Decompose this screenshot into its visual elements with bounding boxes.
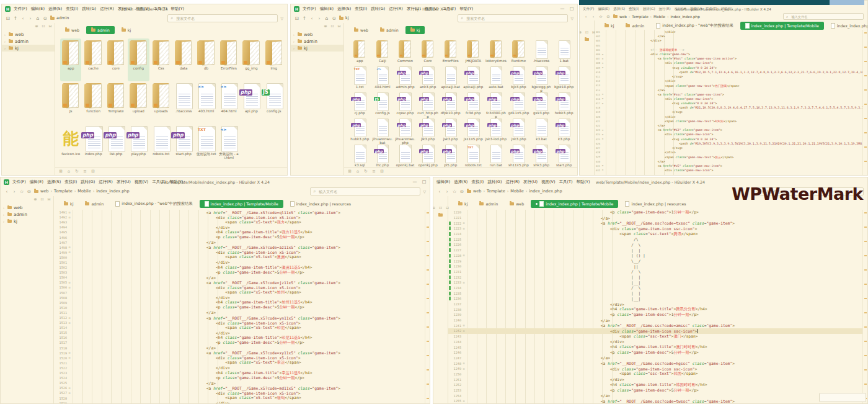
chevron-right-icon[interactable]: › xyxy=(3,220,6,223)
code-line-619[interactable]: 619 </svg> xyxy=(595,110,862,114)
tab-index_index-php-resources[interactable]: index_index.php | resources xyxy=(285,200,356,208)
run-icon[interactable]: ⊙ xyxy=(606,14,611,19)
run-icon[interactable]: ⊙ xyxy=(27,189,32,194)
code-line-1255[interactable]: 1255⊟ <a href="__ROOT__/Game.ssc?code=tw… xyxy=(448,398,862,403)
tab-kj[interactable]: kj xyxy=(405,26,425,34)
tab-index_index-php-resources[interactable]: index_index.php | resources xyxy=(620,200,691,208)
code-line-604[interactable]: 604 xyxy=(595,43,862,48)
sidebar-item-kj[interactable]: ›kj xyxy=(291,45,343,52)
code-line-1528[interactable]: 1528 <span class="x5-text">缅甸</span> xyxy=(54,395,425,400)
file-tile-k3.php[interactable]: phpk3.php xyxy=(553,117,575,143)
code-line-609[interactable]: 609⊟ <svg viewBox="0 0 24 24"> xyxy=(595,66,862,70)
file-tile-openkj.bat[interactable]: openkj.bat xyxy=(394,143,416,167)
breadcrumb-item[interactable]: Mobile xyxy=(653,15,665,19)
fold-icon[interactable]: ⊟ xyxy=(68,246,71,249)
fold-icon[interactable]: ⊟ xyxy=(68,281,71,284)
chevron-right-icon[interactable]: › xyxy=(3,213,6,217)
view-toggle-icon[interactable]: ⊡ xyxy=(6,16,11,21)
sidebar-item-kj[interactable]: ›kj xyxy=(1,218,53,225)
fold-icon[interactable]: ⊟ xyxy=(68,286,71,289)
tab-index_index-php-resources[interactable]: index_index.php | resources xyxy=(826,22,868,30)
file-tile-uploads[interactable]: uploads xyxy=(151,81,172,124)
menu-item[interactable]: 运行(R) xyxy=(389,6,403,12)
home-icon[interactable]: ⌂ xyxy=(355,169,360,174)
file-tile-index.php[interactable]: phpindex.php xyxy=(82,124,104,167)
code-line-617[interactable]: 617⊟ <svg viewBox="0 0 24 24"> xyxy=(595,101,862,105)
back-icon[interactable]: ‹ xyxy=(437,189,442,194)
filter-icon[interactable]: ▽ xyxy=(280,16,283,20)
fold-icon[interactable]: ⊟ xyxy=(462,281,466,284)
code-line-1253[interactable]: 1253 <p class="game-item-desc">5分钟一期</p> xyxy=(448,388,862,393)
menu-item[interactable]: 查找(I) xyxy=(355,6,367,12)
refresh-icon[interactable]: ↻ xyxy=(74,169,79,174)
locate-file-icon[interactable]: ⊡ xyxy=(330,24,335,28)
tab-web[interactable]: web xyxy=(505,200,529,208)
fold-icon[interactable]: ⊟ xyxy=(601,62,604,65)
code-line-628[interactable]: 628 </div> xyxy=(595,150,862,155)
tab-kj[interactable]: kj xyxy=(117,26,136,34)
code-line-1247[interactable]: 1247 </a> xyxy=(448,356,862,361)
sidebar-item-kj[interactable]: ›kj xyxy=(2,45,55,52)
fold-icon[interactable]: ⊟ xyxy=(462,367,466,370)
file-tile-1.txt[interactable]: TXT1.txt xyxy=(349,65,371,91)
code-line-603[interactable]: 603 </div> xyxy=(595,38,862,43)
scrollbar-minimap[interactable] xyxy=(862,210,867,403)
file-tile-jxk3.php[interactable]: phpjxk3.php xyxy=(508,117,529,143)
file-tile-js11x5.php[interactable]: phpjs11x5.php xyxy=(463,117,484,143)
code-line-624[interactable]: 624⊟ <div class="game-nav-icon"> xyxy=(595,132,862,137)
code-line-1510[interactable]: 1510 <p class="game-item-desc">5分钟一期</p> xyxy=(54,305,425,310)
fold-icon[interactable]: ⊟ xyxy=(462,362,466,365)
menu-item[interactable]: 运行(R) xyxy=(659,7,671,11)
code-line-631[interactable]: 631⊟ <a href="#x5" class="game-nav-item"… xyxy=(595,164,862,168)
file-tile-404.html[interactable]: <>404.html xyxy=(372,65,394,91)
menu-item[interactable]: 视图(V) xyxy=(135,179,149,185)
fold-icon[interactable]: ⊟ xyxy=(462,324,466,327)
file-tile-.htaccess[interactable]: .htaccess xyxy=(531,38,552,65)
file-tile-apicaiji.php[interactable]: phpapicaiji.php xyxy=(463,65,484,91)
add-icon[interactable]: ⊕ xyxy=(323,24,328,28)
file-tile-ErrorFiles[interactable]: ErrorFiles xyxy=(218,38,239,81)
tab-index_index-php-template-mobile[interactable]: index_index.php | Template/Mobile xyxy=(740,22,824,30)
menu-item[interactable]: 跳转(G) xyxy=(643,7,655,11)
file-tile-ank3.php[interactable]: phpank3.php xyxy=(417,65,439,91)
breadcrumb-item[interactable]: Mobile xyxy=(78,189,91,194)
menu-item[interactable]: 工具(T) xyxy=(559,179,572,185)
code-line-1497[interactable]: 1497 </a> xyxy=(54,240,425,245)
code-line-1220[interactable]: 1220 <p class="game-item-desc">1分钟一期</p> xyxy=(448,210,862,215)
file-tile-shk3.php[interactable]: phpshk3.php xyxy=(531,143,552,167)
star-icon[interactable]: ☆ xyxy=(598,14,603,19)
collapse-all-icon[interactable]: ⊟ xyxy=(46,197,51,201)
grid-icon[interactable]: ⊞ xyxy=(58,169,63,174)
code-line-1238[interactable]: 1238 <h4 class="game-item-title">腾讯分分彩</… xyxy=(448,307,862,312)
up-icon[interactable]: ↑ xyxy=(13,16,18,21)
fold-icon[interactable]: ⊟ xyxy=(68,211,71,214)
popup-panel[interactable] xyxy=(819,393,866,402)
code-line-1505[interactable]: 1505⊟ <a href="__ROOT__/Game.x5?code=jz1… xyxy=(54,280,425,285)
add-icon[interactable]: ⊕ xyxy=(579,30,583,34)
tab-admin[interactable]: admin xyxy=(375,26,404,34)
file-tile-k3.bat[interactable]: k3.bat xyxy=(531,117,552,143)
file-tile-openkj.php[interactable]: phpopenkj.php xyxy=(417,143,439,167)
file-tile-robots.txt[interactable]: robots.txt xyxy=(151,124,172,167)
tab-index_index-php-web-中的搜索结果[interactable]: index_index.php - "web"中的搜索结果 xyxy=(110,200,197,208)
file-tile-Css[interactable]: Css xyxy=(151,38,172,81)
menu-item[interactable]: 视图(V) xyxy=(136,6,150,12)
fold-icon[interactable]: ⊟ xyxy=(68,392,71,395)
code-line-1244[interactable]: 1244 </div> xyxy=(448,339,862,345)
menu-item[interactable]: 编辑(E) xyxy=(320,6,334,12)
code-line-1241[interactable]: 1241⊟ <a href="__ROOT__/Game.ssc?code=am… xyxy=(448,323,862,328)
code-line-1526[interactable]: 1526⊟ <a href="__ROOT__/Game.x5?code=md1… xyxy=(54,385,425,390)
code-line-605[interactable]: 605 <!-- 游戏导航菜单 --> xyxy=(595,48,862,52)
code-line-1230[interactable]: 1230 || xyxy=(448,264,862,269)
menu-item[interactable]: 帮助(Y) xyxy=(577,179,590,185)
code-line-616[interactable]: 616⊟ <div class="game-nav-icon"> xyxy=(595,97,862,101)
code-line-1251[interactable]: 1251 </div> xyxy=(448,377,862,382)
code-line-611[interactable]: 611 </svg> xyxy=(595,74,862,79)
tab-admin[interactable]: admin xyxy=(474,200,503,208)
code-line-606[interactable]: 606⊟ <div class="game-nav"> xyxy=(595,52,862,56)
code-line-1521[interactable]: 1521 <span class="x5-text">幸运</span> xyxy=(54,361,425,366)
file-tile-jihuarenwu.bat[interactable]: jihuarenwu.bat xyxy=(372,117,394,143)
code-line-1240[interactable]: 1240 </a> xyxy=(448,318,862,323)
file-tile-db[interactable]: db xyxy=(195,38,216,81)
run-icon[interactable]: ⊙ xyxy=(332,16,337,21)
